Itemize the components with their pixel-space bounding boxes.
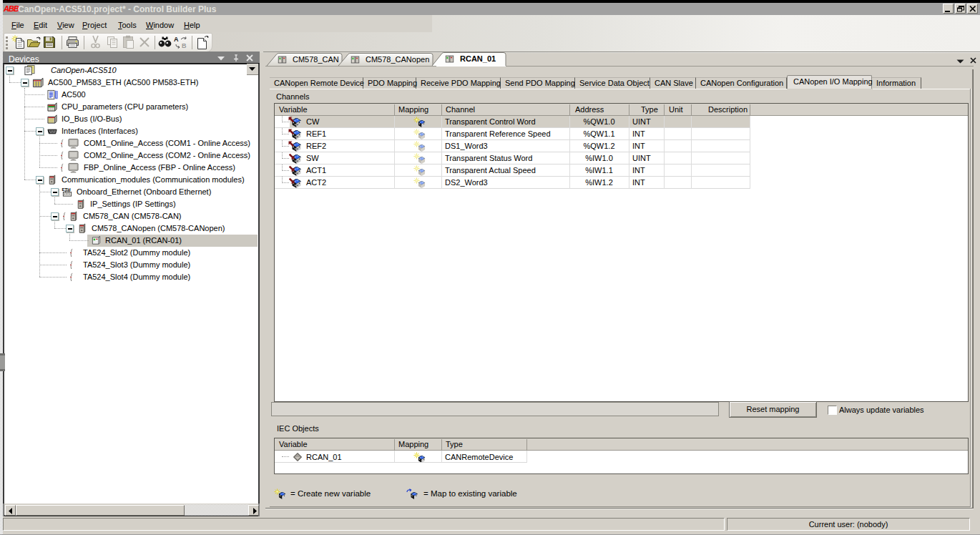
svg-text:A: A	[174, 36, 179, 43]
svg-text:B: B	[182, 42, 187, 49]
